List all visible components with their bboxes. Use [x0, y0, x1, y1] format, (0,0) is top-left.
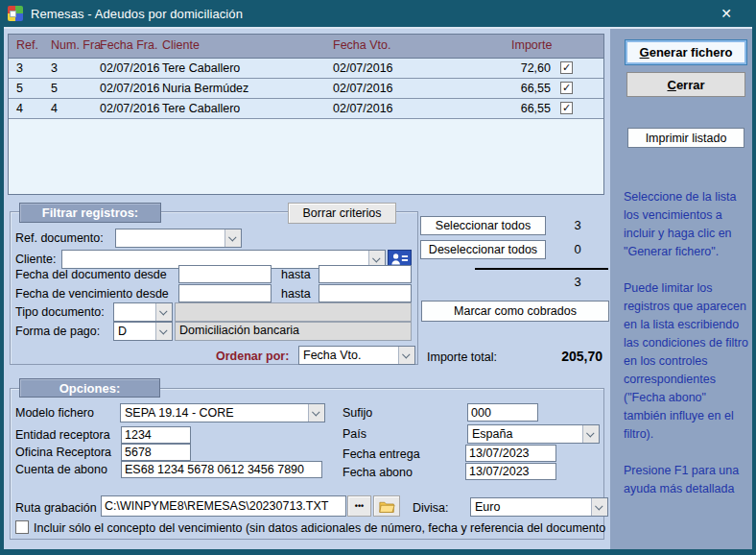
fecha-doc-desde-input[interactable] [178, 265, 272, 283]
chevron-down-icon[interactable] [155, 323, 172, 340]
importe-total-value: 205,70 [503, 349, 602, 364]
col-fecha-vto: Fecha Vto. [333, 38, 390, 52]
chevron-down-icon[interactable] [224, 229, 241, 247]
cell-cliente: Nuria Bermúdez [162, 82, 248, 95]
cell-fecha-vto: 02/07/2016 [333, 102, 393, 115]
generar-fichero-button[interactable]: Generar fichero [625, 39, 747, 65]
ordenar-por-combo[interactable]: Fecha Vto. [298, 346, 415, 365]
deseleccionar-todos-button[interactable]: Deseleccionar todos [420, 240, 546, 259]
help-paragraph-2: Puede limitar los registros que aparecen… [624, 279, 751, 444]
chevron-down-icon[interactable] [582, 425, 599, 443]
tipo-documento-combo[interactable] [113, 302, 173, 322]
chevron-down-icon[interactable] [591, 498, 607, 516]
importe-total-label: Importe total: [427, 350, 497, 364]
fecha-abono-input[interactable] [465, 463, 556, 480]
close-icon[interactable]: ✕ [710, 0, 743, 27]
cell-num: 5 [51, 82, 58, 95]
selected-count: 3 [560, 218, 595, 232]
fecha-venc-hasta-input[interactable] [319, 284, 412, 302]
cell-importe: 66,55 [469, 82, 551, 95]
forma-pago-desc: Domiciliación bancaria [175, 322, 412, 341]
table-row[interactable]: 3 3 02/07/2016 Tere Caballero 02/07/2016… [9, 59, 603, 79]
fecha-venc-desde-input[interactable] [178, 284, 272, 302]
hasta-label: hasta [281, 268, 311, 281]
ref-documento-label: Ref. documento: [15, 231, 104, 245]
cuenta-abono-input[interactable] [121, 461, 322, 478]
fecha-entrega-input[interactable] [465, 445, 556, 462]
incluir-concepto-checkbox[interactable] [15, 520, 29, 534]
dialog-content: Ref. Num. Fra. Fecha Fra. Cliente Fecha … [4, 27, 752, 549]
divisa-combo[interactable]: Euro [470, 497, 608, 517]
cell-cliente: Tere Caballero [162, 61, 240, 75]
modelo-fichero-combo[interactable]: SEPA 19.14 - CORE [120, 403, 325, 422]
tipo-documento-label: Tipo documento: [15, 305, 105, 319]
col-importe: Importe [511, 38, 552, 52]
row-checkbox[interactable] [560, 102, 573, 114]
table-row[interactable]: 4 4 02/07/2016 Tere Caballero 02/07/2016… [9, 99, 603, 119]
dialog-window: Remesas - Adeudos por domiciliación ✕ Re… [0, 0, 756, 555]
help-paragraph-3: Presione F1 para una ayuda más detallada [624, 462, 751, 498]
oficina-receptora-input[interactable] [121, 444, 191, 461]
fecha-entrega-label: Fecha entrega [343, 447, 420, 461]
cuenta-abono-label: Cuenta de abono [15, 463, 107, 476]
total-count: 3 [560, 275, 595, 289]
entidad-receptora-label: Entidad receptora [15, 428, 110, 442]
help-paragraph-1: Seleccione de la lista los vencimientos … [624, 188, 751, 261]
col-num-fra: Num. Fra. [51, 38, 105, 52]
marcar-como-cobrados-button[interactable]: Marcar como cobrados [421, 301, 609, 322]
title-bar: Remesas - Adeudos por domiciliación ✕ [0, 0, 756, 27]
chevron-down-icon[interactable] [308, 404, 324, 422]
modelo-fichero-value: SEPA 19.14 - CORE [121, 406, 308, 420]
row-checkbox[interactable] [560, 61, 573, 74]
folder-open-icon [379, 500, 395, 513]
oficina-receptora-label: Oficina Receptora [15, 446, 111, 459]
fecha-vencimiento-label: Fecha de vencimiento desde [15, 287, 169, 301]
ruta-grabacion-label: Ruta grabación [15, 501, 97, 515]
due-list: Ref. Num. Fra. Fecha Fra. Cliente Fecha … [8, 34, 604, 195]
pais-combo[interactable]: España [467, 424, 600, 444]
cell-num: 3 [51, 61, 58, 75]
fecha-doc-hasta-input[interactable] [319, 265, 412, 283]
col-ref: Ref. [16, 38, 38, 52]
chevron-down-icon[interactable] [155, 303, 172, 321]
chevron-down-icon[interactable] [398, 347, 414, 364]
cell-fecha-vto: 02/07/2016 [333, 82, 393, 95]
open-folder-button[interactable] [373, 495, 400, 517]
incluir-concepto-label: Incluir sólo el concepto del vencimiento… [34, 521, 605, 535]
forma-pago-combo[interactable]: D [113, 322, 173, 341]
tipo-documento-desc [175, 302, 412, 322]
divisa-label: Divisa: [413, 501, 449, 515]
cerrar-label: Cerrar [667, 78, 704, 92]
cell-importe: 72,60 [469, 61, 551, 75]
pais-label: País [343, 427, 366, 441]
hasta-label: hasta [281, 287, 311, 301]
cerrar-button[interactable]: Cerrar [626, 72, 745, 97]
entidad-receptora-input[interactable] [121, 426, 191, 444]
cell-ref: 4 [16, 102, 23, 115]
ref-documento-combo[interactable] [115, 229, 242, 248]
fecha-documento-label: Fecha del documento desde [15, 268, 167, 281]
table-row[interactable]: 5 5 02/07/2016 Nuria Bermúdez 02/07/2016… [9, 79, 603, 99]
divisa-value: Euro [471, 500, 591, 514]
cell-fecha-vto: 02/07/2016 [333, 61, 393, 75]
fecha-abono-label: Fecha abono [343, 466, 413, 479]
cell-importe: 66,55 [469, 102, 551, 115]
cell-num: 4 [51, 102, 58, 115]
col-cliente: Cliente [162, 38, 200, 52]
row-checkbox[interactable] [560, 82, 573, 94]
sum-line [475, 268, 608, 270]
sufijo-input[interactable] [467, 403, 538, 422]
window-title: Remesas - Adeudos por domiciliación [31, 7, 243, 21]
browse-ellipsis-button[interactable]: ••• [347, 495, 371, 517]
ordenar-por-value: Fecha Vto. [299, 349, 398, 362]
borrar-criterios-button[interactable]: Borrar criterios [288, 203, 396, 224]
seleccionar-todos-button[interactable]: Seleccionar todos [420, 216, 546, 235]
cell-ref: 5 [16, 82, 23, 95]
modelo-fichero-label: Modelo fichero [15, 406, 94, 420]
list-header: Ref. Num. Fra. Fecha Fra. Cliente Fecha … [9, 35, 603, 59]
imprimir-listado-button[interactable]: Imprimir listado [627, 128, 744, 148]
cliente-label: Cliente: [15, 253, 56, 266]
col-fecha-fra: Fecha Fra. [100, 38, 157, 52]
ruta-grabacion-input[interactable] [101, 495, 346, 517]
cell-cliente: Tere Caballero [162, 102, 240, 115]
